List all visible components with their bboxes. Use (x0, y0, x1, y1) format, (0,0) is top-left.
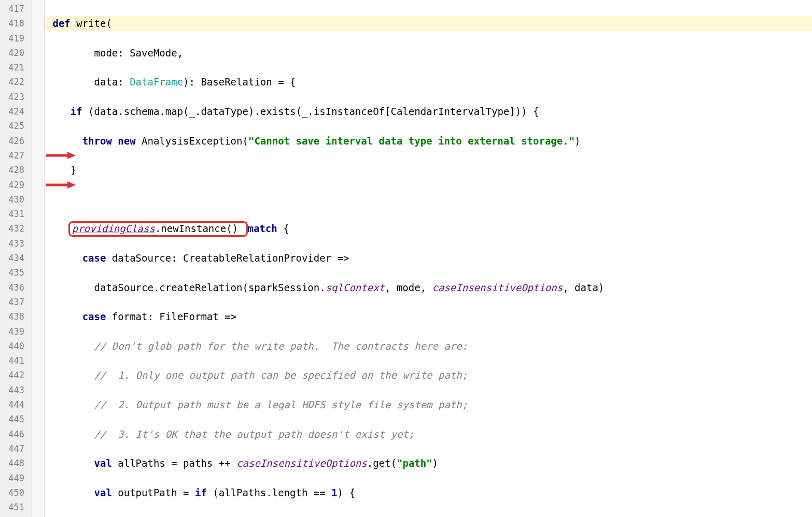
line-number: 450 (0, 485, 24, 500)
line-number: 430 (0, 192, 24, 207)
line-number: 427 (0, 148, 24, 163)
code-line: val allPaths = paths ++ caseInsensitiveO… (45, 456, 812, 470)
code-line: } (45, 163, 812, 177)
line-number: 436 (0, 280, 24, 295)
code-line: val path = new Path(allPaths.head) (45, 514, 812, 517)
line-number: 446 (0, 427, 24, 441)
line-number: 445 (0, 412, 24, 426)
line-number: 423 (0, 90, 24, 104)
code-line: dataSource.createRelation(sparkSession.s… (45, 280, 812, 295)
line-number: 421 (0, 60, 24, 75)
line-number: 418 (0, 16, 24, 31)
line-number: 432 (0, 221, 24, 236)
line-number: 420 (0, 46, 24, 60)
code-line: // 1. Only one output path can be specif… (45, 368, 812, 382)
code-line: // Don't glob path for the write path. T… (45, 339, 812, 353)
arrow-annotation-icon (45, 122, 76, 128)
code-line: mode: SaveMode, (45, 46, 812, 60)
line-number: 448 (0, 456, 24, 470)
line-number: 425 (0, 119, 24, 133)
code-line: def write( (45, 16, 812, 31)
line-number: 435 (0, 265, 24, 280)
highlight-annotation: providingClass.newInstance() (68, 221, 248, 237)
code-editor[interactable]: 417 418 419 420 421 422 423 424 425 426 … (0, 0, 812, 517)
code-line: // 2. Output path must be a legal HDFS s… (45, 397, 812, 412)
line-number: 431 (0, 207, 24, 221)
line-number: 434 (0, 251, 24, 265)
line-number: 438 (0, 309, 24, 324)
code-line: // 3. It's OK that the output path doesn… (45, 427, 812, 441)
line-number: 422 (0, 75, 24, 89)
line-number: 426 (0, 134, 24, 148)
line-number: 424 (0, 104, 24, 119)
svg-marker-3 (67, 181, 76, 189)
code-line: providingClass.newInstance() match { (45, 221, 812, 236)
arrow-annotation-icon (45, 152, 76, 158)
line-number: 419 (0, 31, 24, 46)
fold-column[interactable] (32, 0, 45, 517)
code-line: if (data.schema.map(_.dataType).exists(_… (45, 104, 812, 119)
line-number: 440 (0, 339, 24, 353)
line-number: 442 (0, 368, 24, 382)
line-number: 417 (0, 2, 24, 16)
code-line: data: DataFrame): BaseRelation = { (45, 75, 812, 89)
line-number: 439 (0, 324, 24, 339)
line-number: 437 (0, 295, 24, 309)
line-number: 428 (0, 163, 24, 177)
line-number: 441 (0, 353, 24, 368)
code-area[interactable]: def write( mode: SaveMode, data: DataFra… (45, 0, 812, 517)
line-number: 433 (0, 236, 24, 251)
line-number: 429 (0, 178, 24, 192)
code-line (45, 192, 812, 207)
code-line: val outputPath = if (allPaths.length == … (45, 485, 812, 500)
code-line: throw new AnalysisException("Cannot save… (45, 134, 812, 148)
line-number: 444 (0, 397, 24, 412)
line-number: 449 (0, 471, 24, 485)
code-line: case dataSource: CreatableRelationProvid… (45, 251, 812, 265)
line-number-gutter: 417 418 419 420 421 422 423 424 425 426 … (0, 0, 32, 517)
line-number: 451 (0, 500, 24, 514)
line-number: 443 (0, 383, 24, 397)
line-number: 447 (0, 441, 24, 456)
code-line: case format: FileFormat => (45, 309, 812, 324)
